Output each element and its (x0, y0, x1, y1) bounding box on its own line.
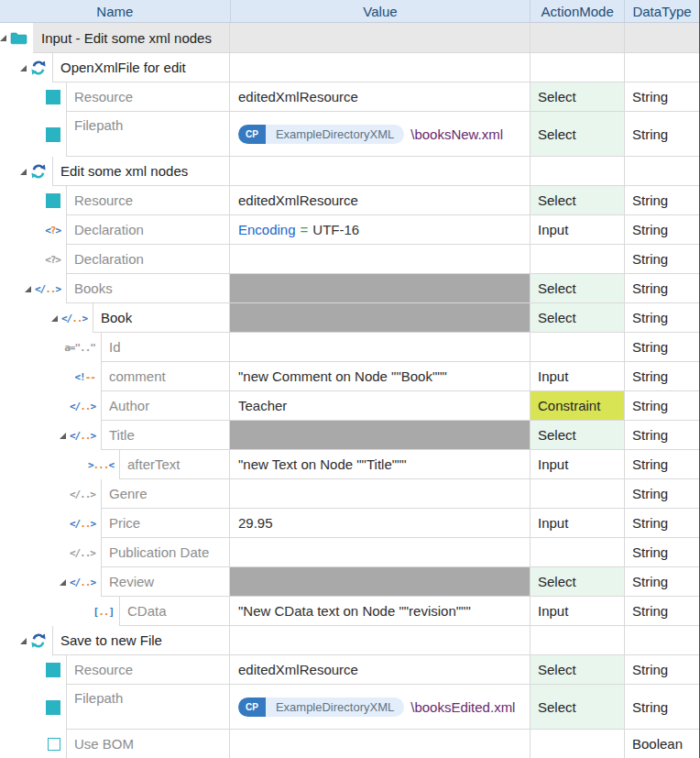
row-name[interactable]: Author (101, 391, 229, 421)
table-row[interactable]: OpenXmlFile for edit (0, 53, 699, 82)
value-cell[interactable] (229, 274, 530, 303)
actionmode-cell[interactable]: Select (530, 186, 624, 215)
filepath-chip[interactable]: CPExampleDirectoryXML (238, 125, 404, 144)
row-name[interactable]: afterText (119, 450, 229, 479)
table-row[interactable]: </..>BooksSelectString (0, 274, 699, 303)
row-name[interactable]: Save to new File (52, 626, 229, 655)
actionmode-cell[interactable] (530, 538, 624, 567)
expander-icon[interactable] (60, 433, 66, 439)
row-name[interactable]: Resource (66, 82, 229, 112)
filepath-chip[interactable]: CPExampleDirectoryXML (238, 698, 404, 717)
actionmode-cell[interactable] (530, 730, 624, 758)
table-row[interactable]: FilepathCPExampleDirectoryXML\booksNew.x… (0, 112, 699, 157)
actionmode-cell[interactable] (530, 23, 624, 53)
row-name[interactable]: OpenXmlFile for edit (52, 53, 229, 82)
value-cell[interactable]: 29.95 (229, 509, 530, 538)
table-row[interactable]: ResourceeditedXmlResourceSelectString (0, 655, 699, 685)
row-name[interactable]: Resource (66, 186, 229, 215)
value-cell[interactable] (229, 23, 530, 53)
actionmode-cell[interactable]: Select (530, 112, 624, 157)
value-cell[interactable]: CPExampleDirectoryXML\booksEdited.xml (229, 685, 530, 730)
table-row[interactable]: Edit some xml nodes (0, 157, 699, 186)
row-name[interactable]: Use BOM (66, 730, 229, 758)
actionmode-cell[interactable]: Select (530, 567, 624, 597)
value-cell[interactable] (229, 53, 530, 82)
row-name[interactable]: comment (101, 362, 229, 391)
table-row[interactable]: </..>AuthorTeacherConstraintString (0, 391, 699, 421)
table-row[interactable]: <!--comment"new Comment on Node ""Book""… (0, 362, 699, 391)
actionmode-cell[interactable] (530, 479, 624, 509)
actionmode-cell[interactable] (530, 53, 624, 82)
value-cell[interactable] (229, 421, 530, 450)
value-cell[interactable]: Teacher (229, 391, 530, 421)
actionmode-cell[interactable]: Input (530, 362, 624, 391)
value-cell[interactable]: CPExampleDirectoryXML\booksNew.xml (229, 112, 530, 157)
actionmode-cell[interactable]: Input (530, 597, 624, 626)
actionmode-cell[interactable]: Select (530, 685, 624, 730)
use-bom-checkbox[interactable] (48, 738, 60, 751)
row-name[interactable]: Review (101, 567, 229, 597)
row-name[interactable]: Filepath (66, 112, 229, 157)
row-name[interactable]: Genre (101, 479, 229, 509)
actionmode-cell[interactable] (530, 245, 624, 274)
expander-icon[interactable] (0, 35, 6, 41)
actionmode-cell[interactable]: Constraint (530, 391, 624, 421)
value-cell[interactable] (229, 245, 530, 274)
row-name[interactable]: Filepath (66, 685, 229, 730)
table-row[interactable]: FilepathCPExampleDirectoryXML\booksEdite… (0, 685, 699, 730)
row-name[interactable]: Price (101, 509, 229, 538)
row-name[interactable]: Publication Date (101, 538, 229, 567)
table-row[interactable]: </..>BookSelectString (0, 303, 699, 333)
table-row[interactable]: ResourceeditedXmlResourceSelectString (0, 82, 699, 112)
value-cell[interactable]: Encoding=UTF-16 (229, 215, 530, 245)
table-row[interactable]: <?>DeclarationString (0, 245, 699, 274)
value-cell[interactable]: "new Text on Node ""Title""" (229, 450, 530, 479)
value-cell[interactable]: "New CData text on Node ""revision""" (229, 597, 530, 626)
table-row[interactable]: <?>DeclarationEncoding=UTF-16InputString (0, 215, 699, 245)
value-cell[interactable] (229, 626, 530, 655)
value-cell[interactable] (229, 479, 530, 509)
row-name[interactable]: Id (101, 333, 229, 362)
table-row[interactable]: </..>ReviewSelectString (0, 567, 699, 597)
table-row[interactable]: </..>Price29.95InputString (0, 509, 699, 538)
row-name[interactable]: Title (101, 421, 229, 450)
row-name[interactable]: Edit some xml nodes (52, 157, 229, 186)
value-cell[interactable]: "new Comment on Node ""Book""" (229, 362, 530, 391)
expander-icon[interactable] (51, 315, 58, 322)
value-cell[interactable] (229, 157, 530, 186)
expander-icon[interactable] (20, 638, 27, 644)
actionmode-cell[interactable]: Input (530, 215, 624, 245)
expander-icon[interactable] (20, 65, 27, 71)
actionmode-cell[interactable]: Input (530, 450, 624, 479)
value-cell[interactable]: editedXmlResource (229, 655, 530, 685)
table-row[interactable]: </..>GenreString (0, 479, 699, 509)
table-row[interactable]: ResourceeditedXmlResourceSelectString (0, 186, 699, 215)
actionmode-cell[interactable]: Select (530, 421, 624, 450)
expander-icon[interactable] (20, 169, 27, 175)
row-name[interactable]: Books (66, 274, 229, 303)
table-row[interactable]: </..>Publication DateString (0, 538, 699, 567)
row-name[interactable]: Resource (66, 655, 229, 685)
value-cell[interactable] (229, 567, 530, 597)
actionmode-cell[interactable]: Select (530, 82, 624, 112)
value-cell[interactable]: editedXmlResource (229, 186, 530, 215)
row-name[interactable]: Book (93, 303, 229, 333)
actionmode-cell[interactable] (530, 626, 624, 655)
table-row[interactable]: [..]CData"New CData text on Node ""revis… (0, 597, 699, 626)
value-cell[interactable]: editedXmlResource (229, 82, 530, 112)
row-name[interactable]: Declaration (66, 215, 229, 245)
table-row[interactable]: >...<afterText"new Text on Node ""Title"… (0, 450, 699, 479)
value-cell[interactable] (229, 538, 530, 567)
row-name[interactable]: Input - Edit some xml nodes (33, 23, 229, 53)
actionmode-cell[interactable] (530, 333, 624, 362)
actionmode-cell[interactable]: Select (530, 274, 624, 303)
actionmode-cell[interactable] (530, 157, 624, 186)
actionmode-cell[interactable]: Input (530, 509, 624, 538)
expander-icon[interactable] (25, 286, 31, 292)
actionmode-cell[interactable]: Select (530, 303, 624, 333)
row-name[interactable]: Declaration (66, 245, 229, 274)
row-name[interactable]: CData (119, 597, 229, 626)
actionmode-cell[interactable]: Select (530, 655, 624, 685)
table-row[interactable]: </..>TitleSelectString (0, 421, 699, 450)
table-row[interactable]: a=".."IdString (0, 333, 699, 362)
